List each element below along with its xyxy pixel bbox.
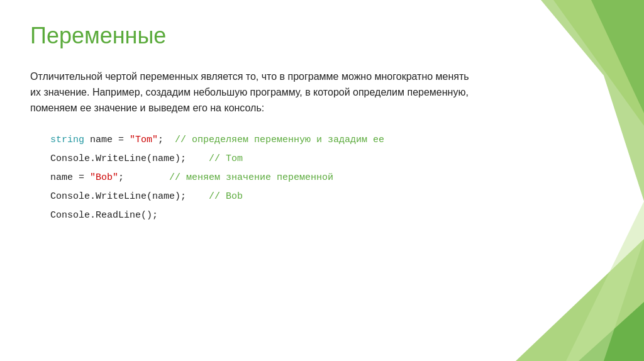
comment-4: // Bob [209, 191, 243, 202]
svg-marker-3 [516, 239, 644, 361]
description-text: Отличительной чертой переменных является… [30, 69, 470, 116]
svg-marker-4 [579, 302, 644, 361]
code-line-3: name = "Bob"; // меняем значение перемен… [50, 169, 614, 187]
code-line-2: Console.WriteLine(name); // Tom [50, 150, 614, 169]
code-block: string name = "Tom"; // определяем перем… [50, 131, 614, 225]
slide-title: Переменные [30, 23, 614, 49]
code-line-4: Console.WriteLine(name); // Bob [50, 187, 614, 206]
string-value-bob: "Bob" [90, 172, 118, 183]
code-line-5: Console.ReadLine(); [50, 206, 614, 225]
code-line-1: string name = "Tom"; // определяем перем… [50, 131, 614, 150]
comment-1: // определяем переменную и зададим ее [175, 135, 384, 145]
string-value-tom: "Tom" [130, 135, 158, 145]
keyword-string: string [50, 135, 84, 145]
comment-3: // меняем значение переменной [169, 172, 333, 183]
comment-2: // Tom [209, 153, 243, 164]
